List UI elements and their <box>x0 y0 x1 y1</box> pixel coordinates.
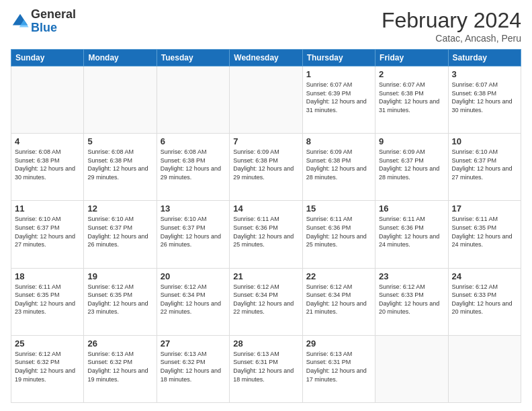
day-number: 21 <box>233 271 298 281</box>
logo-icon <box>11 12 30 31</box>
calendar-cell: 20Sunrise: 6:12 AM Sunset: 6:34 PM Dayli… <box>157 268 229 335</box>
day-info: Sunrise: 6:07 AM Sunset: 6:38 PM Dayligh… <box>452 81 517 114</box>
day-number: 16 <box>379 203 444 214</box>
calendar-table: Sunday Monday Tuesday Wednesday Thursday… <box>11 49 521 403</box>
calendar-week-0: 1Sunrise: 6:07 AM Sunset: 6:39 PM Daylig… <box>11 66 521 134</box>
calendar-cell: 14Sunrise: 6:11 AM Sunset: 6:36 PM Dayli… <box>230 201 302 268</box>
day-info: Sunrise: 6:12 AM Sunset: 6:33 PM Dayligh… <box>379 283 444 316</box>
day-info: Sunrise: 6:13 AM Sunset: 6:32 PM Dayligh… <box>87 350 152 383</box>
day-number: 17 <box>452 203 517 214</box>
calendar-header: Sunday Monday Tuesday Wednesday Thursday… <box>11 50 521 66</box>
page: General Blue February 2024 Catac, Ancash… <box>0 0 532 411</box>
day-number: 18 <box>15 271 80 281</box>
day-info: Sunrise: 6:08 AM Sunset: 6:38 PM Dayligh… <box>15 148 80 181</box>
day-info: Sunrise: 6:12 AM Sunset: 6:34 PM Dayligh… <box>233 283 298 316</box>
day-number: 26 <box>87 338 152 349</box>
calendar-cell: 9Sunrise: 6:09 AM Sunset: 6:37 PM Daylig… <box>375 134 448 201</box>
day-info: Sunrise: 6:11 AM Sunset: 6:35 PM Dayligh… <box>15 283 80 316</box>
calendar-cell: 12Sunrise: 6:10 AM Sunset: 6:37 PM Dayli… <box>84 201 157 268</box>
calendar-week-2: 11Sunrise: 6:10 AM Sunset: 6:37 PM Dayli… <box>11 201 521 268</box>
col-sunday: Sunday <box>11 50 84 66</box>
calendar-cell: 11Sunrise: 6:10 AM Sunset: 6:37 PM Dayli… <box>11 201 84 268</box>
calendar-cell: 8Sunrise: 6:09 AM Sunset: 6:38 PM Daylig… <box>302 134 375 201</box>
day-number: 24 <box>452 271 517 281</box>
day-info: Sunrise: 6:10 AM Sunset: 6:37 PM Dayligh… <box>452 148 517 181</box>
calendar-cell: 29Sunrise: 6:13 AM Sunset: 6:31 PM Dayli… <box>302 335 375 402</box>
calendar-cell: 13Sunrise: 6:10 AM Sunset: 6:37 PM Dayli… <box>157 201 229 268</box>
calendar-cell: 18Sunrise: 6:11 AM Sunset: 6:35 PM Dayli… <box>11 268 84 335</box>
calendar-cell: 19Sunrise: 6:12 AM Sunset: 6:35 PM Dayli… <box>84 268 157 335</box>
day-number: 15 <box>306 203 371 214</box>
day-info: Sunrise: 6:12 AM Sunset: 6:32 PM Dayligh… <box>15 350 80 383</box>
day-number: 29 <box>306 338 371 349</box>
calendar-cell: 28Sunrise: 6:13 AM Sunset: 6:31 PM Dayli… <box>230 335 302 402</box>
col-thursday: Thursday <box>302 50 375 66</box>
day-info: Sunrise: 6:11 AM Sunset: 6:36 PM Dayligh… <box>233 215 298 248</box>
day-info: Sunrise: 6:07 AM Sunset: 6:39 PM Dayligh… <box>306 81 371 114</box>
calendar-cell: 15Sunrise: 6:11 AM Sunset: 6:36 PM Dayli… <box>302 201 375 268</box>
day-info: Sunrise: 6:10 AM Sunset: 6:37 PM Dayligh… <box>161 215 226 248</box>
day-number: 11 <box>15 203 80 214</box>
day-number: 7 <box>233 136 298 146</box>
day-info: Sunrise: 6:12 AM Sunset: 6:35 PM Dayligh… <box>87 283 152 316</box>
calendar-cell: 27Sunrise: 6:13 AM Sunset: 6:32 PM Dayli… <box>157 335 229 402</box>
calendar-cell: 16Sunrise: 6:11 AM Sunset: 6:36 PM Dayli… <box>375 201 448 268</box>
calendar-cell: 10Sunrise: 6:10 AM Sunset: 6:37 PM Dayli… <box>448 134 521 201</box>
calendar-cell: 4Sunrise: 6:08 AM Sunset: 6:38 PM Daylig… <box>11 134 84 201</box>
calendar-cell: 24Sunrise: 6:12 AM Sunset: 6:33 PM Dayli… <box>448 268 521 335</box>
day-number: 3 <box>452 69 517 79</box>
day-info: Sunrise: 6:13 AM Sunset: 6:31 PM Dayligh… <box>306 350 371 383</box>
calendar-week-3: 18Sunrise: 6:11 AM Sunset: 6:35 PM Dayli… <box>11 268 521 335</box>
day-number: 13 <box>161 203 226 214</box>
day-number: 14 <box>233 203 298 214</box>
calendar-cell <box>448 335 521 402</box>
day-info: Sunrise: 6:12 AM Sunset: 6:33 PM Dayligh… <box>452 283 517 316</box>
day-number: 4 <box>15 136 80 146</box>
day-info: Sunrise: 6:13 AM Sunset: 6:32 PM Dayligh… <box>161 350 226 383</box>
days-header-row: Sunday Monday Tuesday Wednesday Thursday… <box>11 50 521 66</box>
day-number: 27 <box>161 338 226 349</box>
day-number: 5 <box>87 136 152 146</box>
day-info: Sunrise: 6:10 AM Sunset: 6:37 PM Dayligh… <box>87 215 152 248</box>
calendar-cell: 25Sunrise: 6:12 AM Sunset: 6:32 PM Dayli… <box>11 335 84 402</box>
logo-general-text: General <box>31 7 76 21</box>
day-number: 28 <box>233 338 298 349</box>
calendar-cell <box>157 66 229 134</box>
day-info: Sunrise: 6:09 AM Sunset: 6:38 PM Dayligh… <box>306 148 371 181</box>
title-block: February 2024 Catac, Ancash, Peru <box>382 8 521 44</box>
calendar-cell: 7Sunrise: 6:09 AM Sunset: 6:38 PM Daylig… <box>230 134 302 201</box>
day-number: 19 <box>87 271 152 281</box>
day-number: 23 <box>379 271 444 281</box>
day-info: Sunrise: 6:12 AM Sunset: 6:34 PM Dayligh… <box>306 283 371 316</box>
calendar-cell: 22Sunrise: 6:12 AM Sunset: 6:34 PM Dayli… <box>302 268 375 335</box>
day-info: Sunrise: 6:09 AM Sunset: 6:38 PM Dayligh… <box>233 148 298 181</box>
day-number: 10 <box>452 136 517 146</box>
day-info: Sunrise: 6:13 AM Sunset: 6:31 PM Dayligh… <box>233 350 298 383</box>
col-tuesday: Tuesday <box>157 50 229 66</box>
month-year: February 2024 <box>382 8 521 33</box>
day-info: Sunrise: 6:09 AM Sunset: 6:37 PM Dayligh… <box>379 148 444 181</box>
calendar-week-4: 25Sunrise: 6:12 AM Sunset: 6:32 PM Dayli… <box>11 335 521 402</box>
day-info: Sunrise: 6:07 AM Sunset: 6:38 PM Dayligh… <box>379 81 444 114</box>
day-info: Sunrise: 6:11 AM Sunset: 6:36 PM Dayligh… <box>379 215 444 248</box>
calendar-cell: 26Sunrise: 6:13 AM Sunset: 6:32 PM Dayli… <box>84 335 157 402</box>
day-number: 22 <box>306 271 371 281</box>
calendar-cell: 1Sunrise: 6:07 AM Sunset: 6:39 PM Daylig… <box>302 66 375 134</box>
calendar-cell <box>84 66 157 134</box>
calendar-cell <box>11 66 84 134</box>
logo-blue-text: Blue <box>31 21 57 34</box>
day-number: 25 <box>15 338 80 349</box>
col-wednesday: Wednesday <box>230 50 302 66</box>
calendar-cell: 2Sunrise: 6:07 AM Sunset: 6:38 PM Daylig… <box>375 66 448 134</box>
calendar-cell: 17Sunrise: 6:11 AM Sunset: 6:35 PM Dayli… <box>448 201 521 268</box>
day-info: Sunrise: 6:10 AM Sunset: 6:37 PM Dayligh… <box>15 215 80 248</box>
day-number: 12 <box>87 203 152 214</box>
calendar-cell <box>375 335 448 402</box>
calendar-cell: 6Sunrise: 6:08 AM Sunset: 6:38 PM Daylig… <box>157 134 229 201</box>
day-number: 1 <box>306 69 371 79</box>
day-number: 2 <box>379 69 444 79</box>
logo: General Blue <box>11 8 76 35</box>
day-info: Sunrise: 6:08 AM Sunset: 6:38 PM Dayligh… <box>161 148 226 181</box>
day-number: 20 <box>161 271 226 281</box>
day-info: Sunrise: 6:11 AM Sunset: 6:36 PM Dayligh… <box>306 215 371 248</box>
